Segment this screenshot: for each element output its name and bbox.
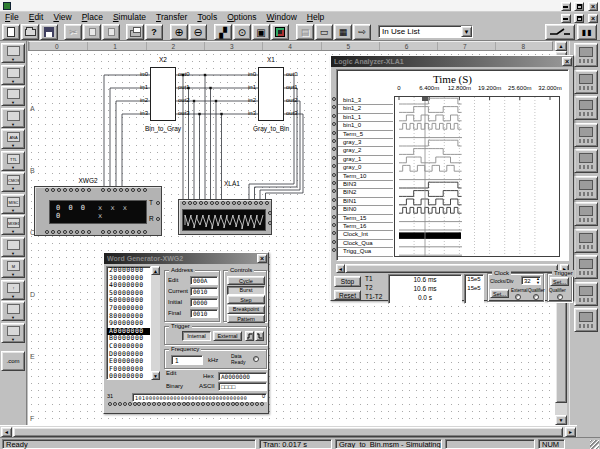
xwg2-bottom-pin[interactable] xyxy=(125,230,129,234)
wg-terminal-pin[interactable] xyxy=(211,402,215,406)
wg-scroll-down-icon[interactable]: ▼ xyxy=(151,371,160,380)
child-minimize-button[interactable] xyxy=(561,14,571,23)
component-group-sources-icon[interactable]: ▼ xyxy=(1,43,25,63)
la-channel-Clock_Int[interactable]: Clock_Int xyxy=(338,231,393,239)
wg-terminal-pin[interactable] xyxy=(216,402,220,406)
xwg2-pin-r[interactable] xyxy=(156,217,160,221)
schematic-window-icon[interactable]: ▣ xyxy=(252,24,270,40)
component-group-indicators-icon[interactable]: ▼ xyxy=(1,237,25,257)
print-icon[interactable] xyxy=(126,24,144,40)
grid-icon[interactable]: ▦ xyxy=(334,24,352,40)
xwg2-top-pin[interactable] xyxy=(131,188,135,192)
wg-step-button[interactable]: Step xyxy=(227,295,265,304)
la-channel-gray_1[interactable]: gray_1 xyxy=(338,156,393,164)
xla1-top-pin[interactable] xyxy=(226,201,230,205)
wg-terminal-pin[interactable] xyxy=(167,402,171,406)
la-clocksdiv-input[interactable]: 32▲▼ xyxy=(521,276,541,285)
hscroll-right-icon[interactable]: ► xyxy=(565,427,576,437)
component-group-electromechanical-icon[interactable]: ▼ xyxy=(1,323,25,343)
menu-view[interactable]: View xyxy=(48,12,76,23)
xla1-top-pin[interactable] xyxy=(204,201,208,205)
minimize-button[interactable] xyxy=(561,2,571,11)
menu-place[interactable]: Place xyxy=(77,12,108,23)
wg-close-icon[interactable]: × xyxy=(257,254,267,263)
la-channel-gray_2[interactable]: gray_2 xyxy=(338,147,393,155)
wg-terminal-pin[interactable] xyxy=(182,402,186,406)
la-channel-BIN1[interactable]: BIN1 xyxy=(338,198,393,206)
component-group-misc-digital-icon[interactable]: MISC▼ xyxy=(1,194,25,214)
network-analyzer-icon[interactable] xyxy=(574,308,598,332)
menu-transfer[interactable]: Transfer xyxy=(151,12,192,23)
child-restore-button[interactable] xyxy=(574,14,584,23)
xwg2-bottom-pin[interactable] xyxy=(113,230,117,234)
xwg2-bottom-pin[interactable] xyxy=(45,230,49,234)
wg-terminal-pin[interactable] xyxy=(177,402,181,406)
help-icon[interactable]: ? xyxy=(145,24,163,40)
wg-terminal-pin[interactable] xyxy=(260,402,264,406)
logic-analyzer-instrument[interactable] xyxy=(178,199,272,235)
wg-terminal-pin[interactable] xyxy=(113,402,117,406)
la-reset-button[interactable]: Reset xyxy=(334,290,361,300)
xla1-pin-c[interactable] xyxy=(268,211,272,215)
xwg2-top-pin[interactable] xyxy=(69,188,73,192)
component-group-controls-icon[interactable]: !▼ xyxy=(1,280,25,300)
xla1-pin-t[interactable] xyxy=(268,221,272,225)
la-trigger-set-button[interactable]: Set... xyxy=(550,277,569,286)
component-group-rf-icon[interactable]: ▼ xyxy=(1,301,25,321)
la-channel-Term_5[interactable]: Term_5 xyxy=(338,131,393,139)
xla1-top-pin[interactable] xyxy=(182,201,186,205)
rect-icon[interactable]: ▭ xyxy=(315,24,333,40)
la-channel-BIN0[interactable]: BIN0 xyxy=(338,206,393,214)
xla1-top-pin[interactable] xyxy=(193,201,197,205)
la-stop-button[interactable]: Stop xyxy=(334,276,361,287)
pause-icon[interactable]: ▮▮ xyxy=(577,24,597,40)
la-channel-Trigg_Qua[interactable]: Trigg_Qua xyxy=(338,248,393,256)
hscroll-thumb[interactable] xyxy=(13,427,563,437)
paste-icon[interactable] xyxy=(102,24,120,40)
wg-terminal-pin[interactable] xyxy=(118,402,122,406)
wg-terminal-pin[interactable] xyxy=(226,402,230,406)
probe-icon[interactable]: ⊙ xyxy=(233,24,251,40)
wg-titlebar[interactable]: Word Generator-XWG2 xyxy=(104,253,268,264)
xwg2-bottom-pin[interactable] xyxy=(63,230,67,234)
wg-terminal-pin[interactable] xyxy=(191,402,195,406)
spectrum-analyzer-icon[interactable] xyxy=(574,282,598,306)
zoom-out-icon[interactable]: ⊖ xyxy=(189,24,207,40)
falling-edge-icon[interactable] xyxy=(255,331,264,341)
xwg2-top-pin[interactable] xyxy=(81,188,85,192)
component-group-basic-icon[interactable]: ▼ xyxy=(1,65,25,85)
wg-terminal-pin[interactable] xyxy=(186,402,190,406)
wg-terminal-pin[interactable] xyxy=(137,402,141,406)
component-group-cmos-icon[interactable]: CMOS▼ xyxy=(1,172,25,192)
wg-burst-button[interactable]: Burst xyxy=(227,286,265,295)
in-use-list-select[interactable]: In Use List ▼ xyxy=(378,25,473,38)
la-scroll-left-icon[interactable]: ◄ xyxy=(336,264,345,273)
wg-breakpoint-button[interactable]: Breakpoint xyxy=(227,305,265,314)
wg-terminal-pin[interactable] xyxy=(123,402,127,406)
la-hscrollbar[interactable]: ◄ ► xyxy=(336,264,569,273)
wg-terminal-pin[interactable] xyxy=(240,402,244,406)
new-icon[interactable] xyxy=(2,24,20,40)
xwg2-top-pin[interactable] xyxy=(45,188,49,192)
wg-scroll-up-icon[interactable]: ▲ xyxy=(151,266,160,275)
wg-terminal-pin[interactable] xyxy=(231,402,235,406)
wg-terminal-pin[interactable] xyxy=(196,402,200,406)
xwg2-top-pin[interactable] xyxy=(63,188,67,192)
wg-hex-field[interactable]: A0000000 xyxy=(218,372,267,381)
la-channel-BIN2[interactable]: BIN2 xyxy=(338,189,393,197)
wg-terminal-pin[interactable] xyxy=(172,402,176,406)
com-button[interactable]: .com xyxy=(1,351,25,371)
component-group-misc-icon[interactable]: M▼ xyxy=(1,258,25,278)
scroll-up-icon[interactable]: ▲ xyxy=(555,41,567,51)
subcircuit-x1[interactable] xyxy=(258,67,284,121)
wg-terminal-pin[interactable] xyxy=(142,402,146,406)
xwg2-bottom-pin[interactable] xyxy=(143,230,147,234)
xwg2-bottom-pin[interactable] xyxy=(137,230,141,234)
scroll-down-icon[interactable]: ▼ xyxy=(555,415,567,425)
logic-analyzer-icon[interactable] xyxy=(574,202,598,226)
xwg2-bottom-pin[interactable] xyxy=(75,230,79,234)
wg-ascii-field[interactable]: □□□□ xyxy=(218,382,267,391)
wg-frequency-field[interactable]: 1 xyxy=(171,355,203,365)
la-channel-Term_10[interactable]: Term_10 xyxy=(338,173,393,181)
la-channel-bin1_2[interactable]: bin1_2 xyxy=(338,105,393,113)
